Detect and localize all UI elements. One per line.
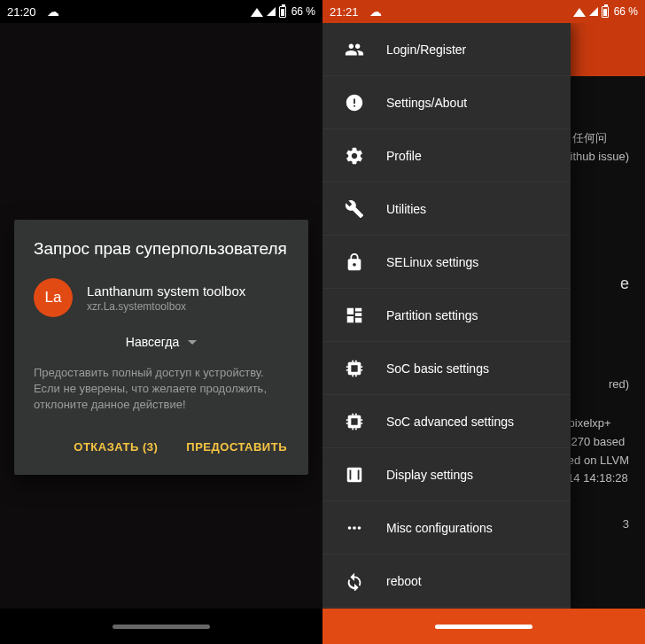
svg-point-1 <box>353 526 356 530</box>
bg-text: 3 <box>623 516 629 534</box>
drawer-item-profile[interactable]: Profile <box>322 129 571 182</box>
app-package: xzr.La.systemtoolbox <box>87 300 245 313</box>
drawer-item-label: Partition settings <box>386 308 478 322</box>
lock-icon <box>344 252 365 273</box>
chevron-down-icon <box>188 340 197 345</box>
drawer-item-display-settings[interactable]: Display settings <box>322 448 571 501</box>
drawer-item-label: SELinux settings <box>386 255 478 269</box>
drawer-item-misc-configurations[interactable]: Misc configurations <box>322 501 571 555</box>
display-icon <box>344 464 365 485</box>
nav-bar <box>0 609 322 644</box>
signal-icon <box>267 7 276 16</box>
svg-point-0 <box>348 526 352 530</box>
gear-icon <box>344 145 365 167</box>
drawer-item-soc-advanced-settings[interactable]: SoC advanced settings <box>322 395 571 448</box>
svg-point-2 <box>358 526 361 530</box>
duration-button[interactable]: Навсегда <box>126 335 197 349</box>
signal-icon <box>589 7 598 16</box>
drawer-item-utilities[interactable]: Utilities <box>322 182 571 236</box>
drawer-item-label: Misc configurations <box>386 521 493 535</box>
drawer-item-label: Login/Register <box>386 43 466 57</box>
grant-button[interactable]: ПРЕДОСТАВИТЬ <box>184 433 289 461</box>
reboot-icon <box>344 570 365 592</box>
app-name: Lanthanum system toolbox <box>87 283 245 299</box>
app-row: La Lanthanum system toolbox xzr.La.syste… <box>34 278 289 317</box>
su-request-dialog: Запрос прав суперпользователя La Lanthan… <box>14 220 308 475</box>
drawer-item-label: SoC advanced settings <box>386 415 514 429</box>
cloud-icon: ☁ <box>47 4 59 19</box>
status-time: 21:21 <box>330 5 359 19</box>
dialog-actions: ОТКАЗАТЬ (3) ПРЕДОСТАВИТЬ <box>34 428 289 466</box>
battery-percent: 66 % <box>614 5 638 18</box>
people-icon <box>344 39 365 60</box>
drawer-item-label: SoC basic settings <box>386 361 489 376</box>
app-icon: La <box>34 278 73 317</box>
duration-dropdown[interactable]: Навсегда <box>34 335 289 349</box>
drawer-item-label: Utilities <box>386 202 426 216</box>
drawer-item-login-register[interactable]: Login/Register <box>322 23 571 76</box>
status-bar: 21:21 ☁ 66 % <box>322 0 645 23</box>
nav-bar <box>322 609 645 644</box>
navigation-drawer: Login/RegisterSettings/AboutProfileUtili… <box>322 23 571 609</box>
drawer-item-settings-about[interactable]: Settings/About <box>322 76 571 129</box>
duration-label: Навсегда <box>126 335 179 349</box>
drawer-item-reboot[interactable]: reboot <box>322 555 571 608</box>
drawer-item-label: Display settings <box>386 468 473 482</box>
drawer-item-label: Profile <box>386 149 422 163</box>
battery-icon <box>602 6 609 18</box>
wifi-icon <box>251 8 263 17</box>
dialog-title: Запрос прав суперпользователя <box>34 239 289 259</box>
status-bar: 21:20 ☁ 66 % <box>0 0 322 23</box>
partition-icon <box>344 305 365 326</box>
status-time: 21:20 <box>7 5 36 19</box>
chip-icon <box>344 411 365 432</box>
drawer-item-selinux-settings[interactable]: SELinux settings <box>322 236 571 289</box>
cloud-icon: ☁ <box>369 4 382 19</box>
bg-text: red) <box>609 376 629 394</box>
deny-button[interactable]: ОТКАЗАТЬ (3) <box>72 433 159 461</box>
home-pill[interactable] <box>113 625 210 629</box>
home-pill[interactable] <box>435 625 532 629</box>
error-icon <box>344 92 365 113</box>
battery-icon <box>279 6 286 18</box>
drawer-item-partition-settings[interactable]: Partition settings <box>322 289 571 342</box>
battery-percent: 66 % <box>291 5 315 18</box>
wrench-icon <box>344 198 365 220</box>
phone-left: 21:20 ☁ 66 % Запрос прав суперпользовате… <box>0 0 322 644</box>
screen-body: Запрос прав суперпользователя La Lanthan… <box>0 23 322 609</box>
drawer-item-soc-basic-settings[interactable]: SoC basic settings <box>322 342 571 395</box>
warning-text: Предоставить полный доступ к устройству.… <box>34 365 289 414</box>
wifi-icon <box>573 8 586 17</box>
more-icon <box>344 517 365 539</box>
phone-right: 21:21 ☁ 66 % 发现了任何问 使用Github issue) 好评～ … <box>322 0 645 644</box>
chip-icon <box>344 358 365 379</box>
bg-text: e <box>620 271 629 297</box>
screen-body: 发现了任何问 使用Github issue) 好评～ e red) 179-pi… <box>322 23 645 609</box>
drawer-item-label: Settings/About <box>386 96 467 110</box>
drawer-item-label: reboot <box>386 574 422 588</box>
